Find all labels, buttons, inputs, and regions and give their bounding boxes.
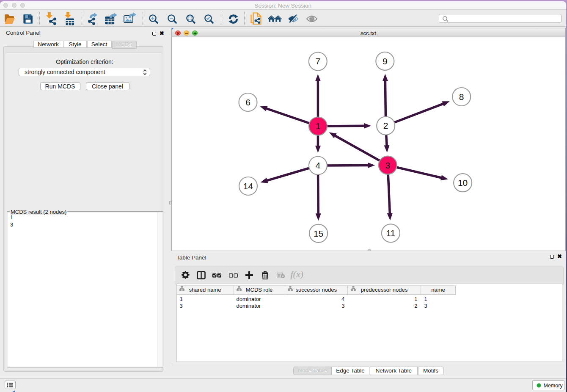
svg-text:2: 2 xyxy=(383,121,388,130)
svg-text:7: 7 xyxy=(315,56,320,66)
svg-text:11: 11 xyxy=(386,228,395,238)
svg-text:15: 15 xyxy=(313,228,323,238)
svg-text:8: 8 xyxy=(459,91,464,101)
svg-text:1: 1 xyxy=(315,121,320,131)
svg-text:10: 10 xyxy=(457,178,467,188)
svg-text:14: 14 xyxy=(243,181,253,190)
svg-text:9: 9 xyxy=(382,56,387,66)
svg-text:3: 3 xyxy=(385,160,390,170)
svg-text:4: 4 xyxy=(315,160,320,170)
svg-text:6: 6 xyxy=(245,97,250,107)
